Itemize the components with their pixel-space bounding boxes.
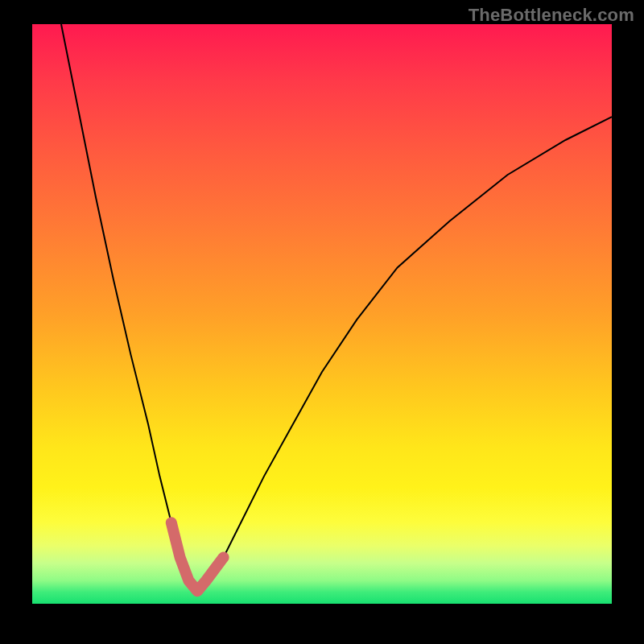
curve-svg [32,24,612,604]
highlight-dip [171,522,224,591]
bottleneck-curve [61,24,612,591]
plot-area [32,24,612,604]
watermark-text: TheBottleneck.com [469,5,634,26]
